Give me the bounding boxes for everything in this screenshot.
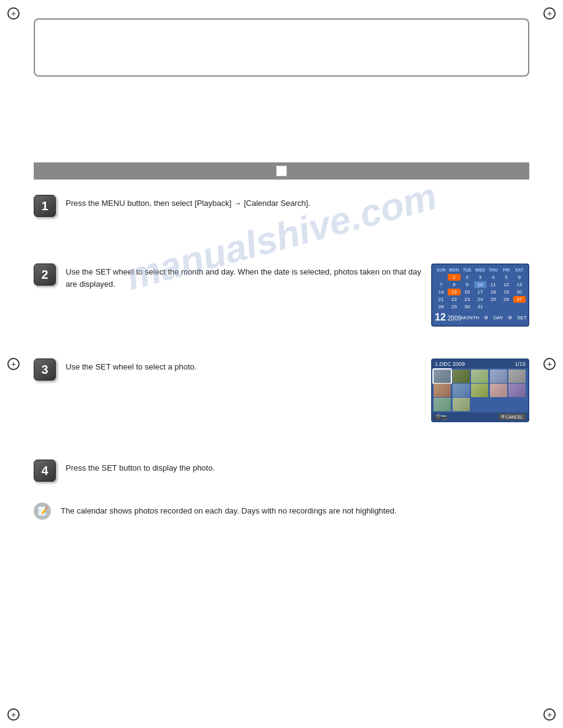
photo-thumb-2[interactable] <box>453 370 470 383</box>
step-3-number: 3 <box>41 363 48 377</box>
step-2-row: 2 Use the SET wheel to select the month … <box>34 264 529 327</box>
corner-mark-br <box>543 708 556 721</box>
step-2-number: 2 <box>41 268 48 282</box>
photo-thumb-11[interactable] <box>434 398 451 411</box>
cal-day-15[interactable]: 15 <box>448 289 460 295</box>
cal-day-14[interactable]: 14 <box>435 289 447 295</box>
header-box <box>34 18 529 77</box>
photo-widget-header: 1.DEC 2009 1/15 <box>432 360 528 368</box>
cal-day-9[interactable]: 9 <box>461 281 473 288</box>
cal-day-1[interactable]: 1 <box>448 274 460 281</box>
cal-day-18[interactable]: 18 <box>487 289 499 295</box>
photo-thumb-10[interactable] <box>508 384 526 397</box>
cal-day-30[interactable]: 30 <box>461 303 473 310</box>
photo-header-count: 1/15 <box>515 361 526 367</box>
note-symbol: 📝 <box>37 506 48 516</box>
cal-day-3[interactable]: 3 <box>474 274 486 281</box>
cal-day-11[interactable]: 11 <box>487 281 499 288</box>
photo-header-date: 1.DEC 2009 <box>435 361 465 367</box>
cal-day-26[interactable]: 26 <box>500 296 512 303</box>
cal-day-25[interactable]: 25 <box>487 296 499 303</box>
cal-thu: THU <box>487 267 499 273</box>
section-bar-indicator <box>276 165 287 176</box>
cal-day-13[interactable]: 13 <box>513 281 526 288</box>
note-text: The calendar shows photos recorded on ea… <box>61 502 529 517</box>
cal-day-5[interactable]: 5 <box>500 274 512 281</box>
step-1-number: 1 <box>41 199 48 213</box>
cal-day-12[interactable]: 12 <box>500 281 512 288</box>
photo-thumb-3[interactable] <box>471 370 488 383</box>
photo-thumb-1[interactable] <box>434 370 451 383</box>
note-row: 📝 The calendar shows photos recorded on … <box>34 502 529 520</box>
calendar-grid: 1 2 3 4 5 6 7 8 9 10 11 12 13 14 15 16 1… <box>435 274 526 310</box>
step-4-box: 4 <box>34 460 56 482</box>
cal-nav-set[interactable]: SET <box>517 315 527 320</box>
cal-sat: SAT <box>513 267 526 273</box>
step-3-image: 1.DEC 2009 1/15 🎬📷 ⚙ <box>431 358 529 422</box>
calendar-day-headers: SUN MON TUE WED THU FRI SAT <box>435 267 526 273</box>
cal-day-17[interactable]: 17 <box>474 289 486 295</box>
step-3-row: 3 Use the SET wheel to select a photo. 1… <box>34 358 529 422</box>
cal-day-8[interactable]: 8 <box>448 281 460 288</box>
step-2-text: Use the SET wheel to select the month an… <box>66 264 421 290</box>
step-1-text: Press the MENU button, then select [Play… <box>66 195 529 210</box>
cal-day-10[interactable]: 10 <box>474 281 486 288</box>
cal-day-19[interactable]: 19 <box>500 289 512 295</box>
cal-nav-month[interactable]: MONTH <box>461 315 479 320</box>
step-2-box: 2 <box>34 264 56 286</box>
cal-day-23[interactable]: 23 <box>461 296 473 303</box>
photo-thumb-8[interactable] <box>471 384 488 397</box>
cal-tue: TUE <box>461 267 473 273</box>
corner-mark-mr <box>543 358 556 370</box>
cal-nav-icon: ⚙ <box>484 315 488 320</box>
step-1-box: 1 <box>34 195 56 217</box>
step-4-number: 4 <box>41 464 48 478</box>
photo-grid <box>432 368 528 412</box>
photo-thumb-6[interactable] <box>434 384 451 397</box>
cal-day-24[interactable]: 24 <box>474 296 486 303</box>
photo-thumb-5[interactable] <box>508 370 526 383</box>
photo-thumb-7[interactable] <box>453 384 470 397</box>
cal-day-2[interactable]: 2 <box>461 274 473 281</box>
calendar-month-number: 12 <box>435 312 446 323</box>
photo-thumb-12[interactable] <box>453 398 470 411</box>
calendar-footer: 12 2009 MONTH ⚙ DAY ⚙ SET <box>435 312 526 323</box>
cal-day-22[interactable]: 22 <box>448 296 460 303</box>
corner-mark-tl <box>7 7 20 20</box>
photo-widget: 1.DEC 2009 1/15 🎬📷 ⚙ <box>431 358 529 422</box>
cal-day-16[interactable]: 16 <box>461 289 473 295</box>
cal-day-20[interactable]: 20 <box>513 289 526 295</box>
step-4-row: 4 Press the SET button to display the ph… <box>34 460 529 482</box>
cal-day-4[interactable]: 4 <box>487 274 499 281</box>
cal-day-empty1[interactable] <box>435 274 447 281</box>
photo-thumb-9[interactable] <box>490 384 507 397</box>
corner-mark-ml <box>7 358 20 370</box>
cancel-button[interactable]: ⚙ CANCEL <box>499 414 526 420</box>
photo-footer-icons: 🎬📷 <box>435 414 447 420</box>
photo-thumb-4[interactable] <box>490 370 507 383</box>
step-4-text: Press the SET button to display the phot… <box>66 460 529 474</box>
photo-widget-footer: 🎬📷 ⚙ CANCEL <box>432 412 528 421</box>
cal-day-empty3 <box>500 303 512 310</box>
step-3-box: 3 <box>34 358 56 381</box>
step-3-text: Use the SET wheel to select a photo. <box>66 358 421 373</box>
note-icon: 📝 <box>34 502 51 520</box>
cal-day-29[interactable]: 29 <box>448 303 460 310</box>
cancel-label: CANCEL <box>506 415 523 419</box>
cal-sun: SUN <box>435 267 447 273</box>
cal-day-6[interactable]: 6 <box>513 274 526 281</box>
cal-day-28[interactable]: 28 <box>435 303 447 310</box>
corner-mark-tr <box>543 7 556 20</box>
cal-day-31[interactable]: 31 <box>474 303 486 310</box>
cal-mon: MON <box>448 267 460 273</box>
cal-day-7[interactable]: 7 <box>435 281 447 288</box>
cal-wed: WED <box>474 267 486 273</box>
cal-day-21[interactable]: 21 <box>435 296 447 303</box>
cal-day-empty2 <box>487 303 499 310</box>
cal-nav-day[interactable]: DAY <box>493 315 503 320</box>
calendar-widget: SUN MON TUE WED THU FRI SAT 1 2 3 4 5 6 … <box>431 264 529 327</box>
calendar-year: 2009 <box>448 315 461 322</box>
cal-day-27[interactable]: 27 <box>513 296 526 303</box>
step-1-row: 1 Press the MENU button, then select [Pl… <box>34 195 529 217</box>
cal-nav-icon2: ⚙ <box>508 315 512 320</box>
